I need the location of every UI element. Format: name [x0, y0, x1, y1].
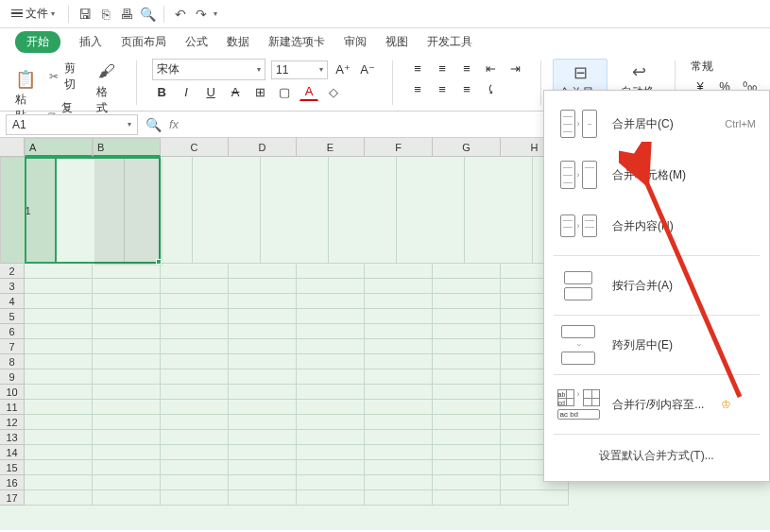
cell[interactable]: [25, 385, 93, 400]
cell[interactable]: [297, 475, 365, 490]
align-right-icon[interactable]: ≡: [457, 79, 476, 98]
cell[interactable]: [229, 369, 297, 385]
cell[interactable]: [397, 157, 465, 264]
col-C[interactable]: C: [161, 138, 229, 157]
cell[interactable]: [365, 430, 433, 445]
cell[interactable]: [297, 369, 365, 385]
cell[interactable]: [25, 324, 93, 339]
col-E[interactable]: E: [297, 138, 365, 157]
cell[interactable]: [57, 157, 125, 264]
tab-dev[interactable]: 开发工具: [427, 34, 472, 50]
tab-data[interactable]: 数据: [227, 34, 249, 50]
cut-button[interactable]: ✂剪切: [45, 59, 87, 94]
row-10[interactable]: 10: [0, 385, 25, 400]
merge-center-item[interactable]: › 合并居中(C) Ctrl+M: [544, 98, 769, 149]
cell[interactable]: [93, 400, 161, 415]
row-16[interactable]: 16: [0, 475, 25, 490]
cell[interactable]: [365, 415, 433, 430]
cell[interactable]: [365, 490, 433, 506]
increase-font-icon[interactable]: A⁺: [334, 60, 352, 79]
cell[interactable]: [433, 445, 501, 460]
cell[interactable]: [229, 354, 297, 369]
search-icon[interactable]: 🔍: [145, 117, 162, 132]
select-all-corner[interactable]: [0, 138, 25, 157]
cell[interactable]: [25, 415, 93, 430]
cell[interactable]: [161, 309, 229, 324]
cell[interactable]: [433, 279, 501, 294]
cell[interactable]: [25, 309, 93, 324]
cell[interactable]: [365, 264, 433, 279]
col-G[interactable]: G: [433, 138, 501, 157]
cell[interactable]: [433, 369, 501, 385]
name-box[interactable]: A1▾: [6, 114, 138, 135]
row-5[interactable]: 5: [0, 309, 25, 324]
row-17[interactable]: 17: [0, 490, 25, 506]
row-14[interactable]: 14: [0, 445, 25, 460]
cell[interactable]: [297, 294, 365, 309]
cell[interactable]: [365, 354, 433, 369]
cell[interactable]: [433, 475, 501, 490]
cell[interactable]: [433, 415, 501, 430]
col-D[interactable]: D: [229, 138, 297, 157]
cell[interactable]: [161, 264, 229, 279]
cell[interactable]: [433, 264, 501, 279]
row-11[interactable]: 11: [0, 400, 25, 415]
font-name-select[interactable]: 宋体▾: [152, 59, 265, 80]
cell[interactable]: [93, 369, 161, 385]
cell[interactable]: [25, 430, 93, 445]
indent-dec-icon[interactable]: ⇤: [482, 59, 501, 77]
cell[interactable]: [161, 339, 229, 354]
cell[interactable]: [465, 157, 533, 264]
cell[interactable]: [433, 385, 501, 400]
cell[interactable]: [25, 475, 93, 490]
tab-formula[interactable]: 公式: [185, 34, 208, 50]
cell[interactable]: [365, 294, 433, 309]
cell[interactable]: [229, 445, 297, 460]
tab-review[interactable]: 审阅: [344, 34, 367, 50]
cell[interactable]: [161, 294, 229, 309]
border-button[interactable]: ⊞: [250, 82, 269, 101]
tab-start[interactable]: 开始: [15, 31, 60, 53]
preview-icon[interactable]: 🔍: [139, 6, 156, 23]
cell[interactable]: [365, 339, 433, 354]
cell[interactable]: [93, 415, 161, 430]
indent-inc-icon[interactable]: ⇥: [506, 59, 525, 77]
cell[interactable]: [433, 490, 501, 506]
bold-button[interactable]: B: [152, 82, 171, 101]
cell[interactable]: [93, 354, 161, 369]
number-format-label[interactable]: 常规: [691, 59, 713, 75]
tab-layout[interactable]: 页面布局: [121, 34, 166, 50]
cell[interactable]: [297, 324, 365, 339]
cell[interactable]: [25, 279, 93, 294]
save-icon[interactable]: 🖫: [77, 6, 94, 23]
cell[interactable]: [297, 264, 365, 279]
orientation-icon[interactable]: ⤹: [482, 79, 501, 98]
merge-to-item[interactable]: abcd›ac bd 合并行/列内容至... ♔: [544, 379, 769, 430]
save-as-icon[interactable]: ⎘: [97, 6, 114, 23]
cell[interactable]: [229, 339, 297, 354]
cell[interactable]: [161, 460, 229, 475]
cell[interactable]: [433, 339, 501, 354]
cell[interactable]: [161, 354, 229, 369]
cell[interactable]: [25, 490, 93, 506]
row-15[interactable]: 15: [0, 460, 25, 475]
row-12[interactable]: 12: [0, 415, 25, 430]
undo-icon[interactable]: ↶: [172, 6, 189, 23]
cell[interactable]: [297, 430, 365, 445]
row-6[interactable]: 6: [0, 324, 25, 339]
cell[interactable]: [161, 279, 229, 294]
cell[interactable]: [297, 460, 365, 475]
cell[interactable]: [229, 264, 297, 279]
chevron-down-icon[interactable]: ▾: [214, 9, 217, 18]
cell[interactable]: [229, 430, 297, 445]
phonetic-button[interactable]: ◇: [324, 82, 343, 101]
cell[interactable]: [297, 415, 365, 430]
decrease-font-icon[interactable]: A⁻: [358, 60, 377, 79]
cell[interactable]: [297, 385, 365, 400]
cell[interactable]: [297, 309, 365, 324]
cell[interactable]: [25, 294, 93, 309]
cell[interactable]: [433, 354, 501, 369]
cell[interactable]: [229, 415, 297, 430]
cell[interactable]: [261, 157, 329, 264]
merge-settings-item[interactable]: 设置默认合并方式(T)...: [544, 438, 769, 473]
